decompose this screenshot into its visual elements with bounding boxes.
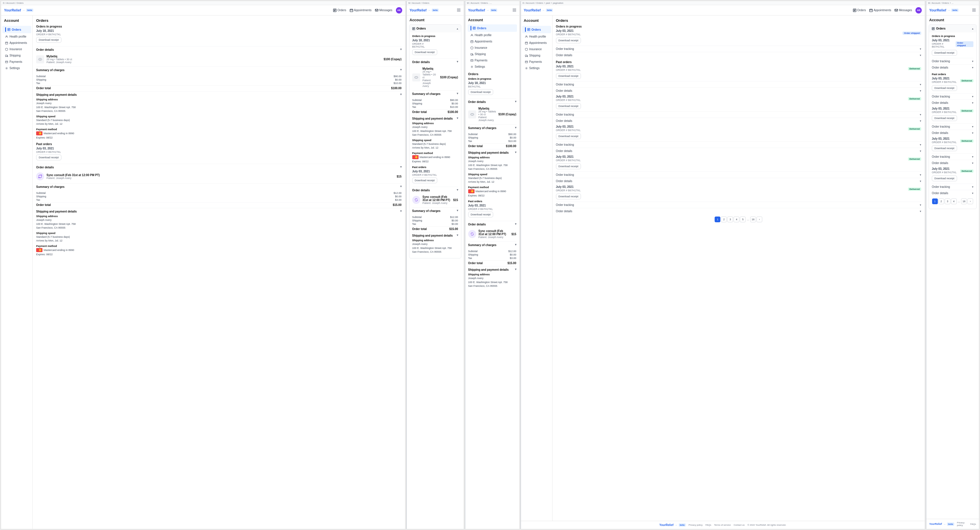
- shipping-header-3[interactable]: Shipping and payment details ▴: [468, 149, 516, 156]
- past-details-header-1[interactable]: Order details ▴: [36, 164, 402, 171]
- past-dl-4-4[interactable]: Download receipt: [556, 194, 581, 199]
- summary-header-1[interactable]: Summary of charges ▴: [36, 67, 402, 73]
- download-btn-3[interactable]: Download receipt: [468, 89, 493, 95]
- sidebar-orders-3[interactable]: Orders: [468, 24, 517, 32]
- footer-privacy-4[interactable]: Privacy policy: [689, 524, 703, 526]
- order-details-header-3[interactable]: Order details ▴: [468, 98, 516, 105]
- page-2-btn-5[interactable]: 2: [939, 198, 944, 204]
- past-dl-4-1[interactable]: Download receipt: [556, 103, 581, 109]
- sidebar-item-orders-1[interactable]: Orders: [2, 26, 31, 33]
- summary-header-2[interactable]: Summary of charges ▴: [412, 90, 458, 97]
- page-4-btn[interactable]: 4: [733, 217, 739, 222]
- page-3-btn[interactable]: 3: [727, 217, 733, 222]
- sidebar-insurance-3[interactable]: Insurance: [468, 45, 517, 51]
- nav-appointments-1[interactable]: Appointments: [350, 9, 372, 12]
- nav-messages-1[interactable]: Messages: [375, 9, 393, 12]
- past-shipping-header-1[interactable]: Shipping and payment details ▴: [36, 208, 402, 215]
- menu-icon-3[interactable]: [512, 8, 516, 13]
- download-btn-4[interactable]: Download receipt: [556, 38, 581, 43]
- past-tracking-4-0[interactable]: Order tracking▾: [556, 81, 921, 87]
- footer-contact-4[interactable]: Contact us: [733, 524, 745, 526]
- past-dl-5-0[interactable]: Download receipt: [932, 85, 957, 91]
- sidebar-insurance-4[interactable]: Insurance: [522, 46, 551, 52]
- past-details-5-3[interactable]: Order details▾: [932, 190, 974, 196]
- page-4-btn-5[interactable]: 4: [951, 198, 957, 204]
- past-ship-header-3[interactable]: Shipping and payment details ▴: [468, 266, 516, 273]
- past-tracking-5-1[interactable]: Order tracking▾: [932, 123, 974, 130]
- orders-accordion-header-5[interactable]: Orders ▴: [929, 25, 976, 32]
- past-download-btn-3[interactable]: Download receipt: [468, 212, 493, 217]
- page-3-btn-5[interactable]: 3: [945, 198, 950, 204]
- past-tracking-4-1[interactable]: Order tracking▾: [556, 111, 921, 117]
- footer-faqs-4[interactable]: FAQs: [705, 524, 711, 526]
- past-details-header-3[interactable]: Order details ▴: [468, 221, 516, 228]
- past-ship-header-2[interactable]: Shipping and payment details ▴: [412, 232, 458, 239]
- past-dl-4-2[interactable]: Download receipt: [556, 133, 581, 139]
- page-next-btn-5[interactable]: ›: [967, 198, 973, 204]
- sidebar-item-settings-1[interactable]: Settings: [2, 65, 31, 71]
- page-2-btn[interactable]: 2: [721, 217, 727, 222]
- sidebar-orders-4[interactable]: Orders: [522, 26, 551, 33]
- past-details-header-2[interactable]: Order details ▴: [412, 187, 458, 194]
- orders-accordion-header-2[interactable]: Orders ▴: [409, 25, 461, 32]
- sidebar-health-3[interactable]: Health profile: [468, 32, 517, 38]
- download-btn-5[interactable]: Download receipt: [932, 50, 957, 56]
- order-details-header-2[interactable]: Order details ▴: [412, 59, 458, 65]
- page-1-btn-5[interactable]: 1: [932, 198, 938, 204]
- page-5-btn[interactable]: 5: [740, 217, 746, 222]
- past-details-4-2[interactable]: Order details▾: [556, 148, 921, 154]
- download-btn-1[interactable]: Download receipt: [36, 37, 61, 43]
- past-tracking-5-3[interactable]: Order tracking▾: [932, 184, 974, 190]
- sidebar-settings-4[interactable]: Settings: [522, 65, 551, 71]
- details-section-4[interactable]: Order details ▾: [556, 52, 921, 58]
- past-tracking-4-4[interactable]: Order tracking▾: [556, 202, 921, 208]
- past-details-5-1[interactable]: Order details▾: [932, 130, 974, 136]
- past-summary-header-2[interactable]: Summary of charges ▴: [412, 207, 458, 214]
- past-details-4-0[interactable]: Order details▾: [556, 87, 921, 94]
- nav-orders-4[interactable]: Orders: [853, 9, 866, 12]
- past-details-4-4[interactable]: Order details▾: [556, 208, 921, 214]
- past-tracking-4-3[interactable]: Order tracking▾: [556, 171, 921, 178]
- page-1-btn[interactable]: 1: [714, 217, 721, 222]
- sidebar-shipping-3[interactable]: Shipping: [468, 51, 517, 57]
- sidebar-settings-3[interactable]: Settings: [468, 63, 517, 70]
- footer-privacy-5[interactable]: Privacy policy: [957, 521, 967, 527]
- sidebar-item-shipping-1[interactable]: Shipping: [2, 52, 31, 59]
- past-tracking-5-0[interactable]: Order tracking▾: [932, 93, 974, 100]
- sidebar-shipping-4[interactable]: Shipping: [522, 52, 551, 59]
- tracking-5[interactable]: Order tracking▾: [932, 58, 974, 64]
- nav-msgs-4[interactable]: Messages: [894, 9, 912, 12]
- sidebar-appts-4[interactable]: Appointments: [522, 40, 551, 46]
- sidebar-payments-4[interactable]: Payments: [522, 59, 551, 65]
- sidebar-health-4[interactable]: Health profile: [522, 33, 551, 40]
- shipping-header-2[interactable]: Shipping and payment details ▴: [412, 115, 458, 122]
- past-summary-header-1[interactable]: Summary of charges ▴: [36, 183, 402, 190]
- past-dl-5-3[interactable]: Download receipt: [932, 176, 957, 181]
- menu-icon-5[interactable]: [972, 8, 976, 13]
- shipping-header-1[interactable]: Shipping and payment details ▴: [36, 91, 402, 98]
- nav-orders-1[interactable]: Orders: [333, 9, 346, 12]
- menu-icon-2[interactable]: [457, 8, 461, 13]
- past-tracking-4-2[interactable]: Order tracking▾: [556, 141, 921, 148]
- footer-faqs-5[interactable]: FAQs: [970, 523, 976, 525]
- sidebar-appts-3[interactable]: Appointments: [468, 38, 517, 44]
- footer-terms-4[interactable]: Terms of service: [714, 524, 731, 526]
- summary-header-3[interactable]: Summary of charges ▴: [468, 124, 516, 131]
- past-dl-4-0[interactable]: Download receipt: [556, 73, 581, 79]
- past-download-btn-1[interactable]: Download receipt: [36, 155, 61, 160]
- past-details-5-0[interactable]: Order details▾: [932, 100, 974, 106]
- sidebar-item-insurance-1[interactable]: Insurance: [2, 46, 31, 52]
- details-5[interactable]: Order details▾: [932, 64, 974, 71]
- download-btn-2[interactable]: Download receipt: [412, 49, 438, 55]
- past-dl-4-3[interactable]: Download receipt: [556, 163, 581, 169]
- sidebar-item-health-1[interactable]: Health profile: [2, 33, 31, 40]
- past-details-5-2[interactable]: Order details▾: [932, 160, 974, 166]
- page-16-btn-5[interactable]: 16: [961, 198, 967, 204]
- sidebar-item-payments-1[interactable]: Payments: [2, 59, 31, 65]
- sidebar-payments-3[interactable]: Payments: [468, 57, 517, 63]
- past-details-4-1[interactable]: Order details▾: [556, 117, 921, 124]
- past-download-btn-2[interactable]: Download receipt: [412, 178, 438, 183]
- tracking-section-4[interactable]: Order tracking ▾: [556, 46, 921, 52]
- past-summary-header-3[interactable]: Summary of charges ▴: [468, 241, 516, 248]
- past-details-4-3[interactable]: Order details▾: [556, 178, 921, 184]
